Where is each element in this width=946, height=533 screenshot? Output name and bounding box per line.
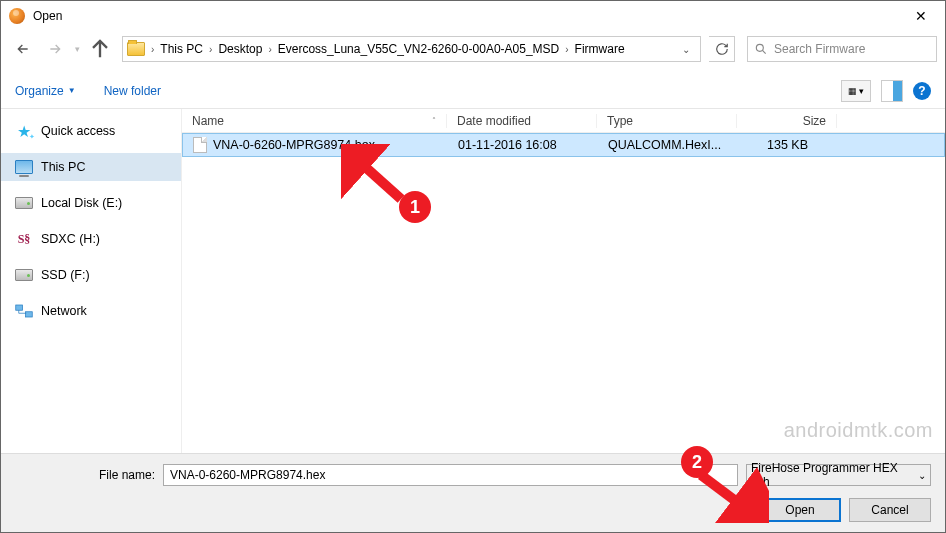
file-name: VNA-0-6260-MPRG8974.hex	[213, 138, 375, 152]
open-button[interactable]: Open	[759, 498, 841, 522]
svg-rect-2	[26, 312, 33, 317]
up-button[interactable]	[86, 35, 114, 63]
sidebar: ★ Quick access This PC Local Disk (E:) S…	[1, 109, 181, 453]
sidebar-item-label: SSD (F:)	[41, 268, 90, 282]
column-type[interactable]: Type	[597, 114, 737, 128]
sidebar-item-label: Network	[41, 304, 87, 318]
history-dropdown-icon[interactable]: ▾	[75, 44, 80, 54]
breadcrumb-this-pc[interactable]: This PC	[156, 42, 207, 56]
sidebar-item-network[interactable]: Network	[1, 297, 181, 325]
toolbar: Organize ▼ New folder ▦ ▾ ?	[1, 73, 945, 109]
chevron-down-icon: ▼	[68, 86, 76, 95]
column-date[interactable]: Date modified	[447, 114, 597, 128]
sd-card-icon: S§	[15, 231, 33, 247]
breadcrumb-desktop[interactable]: Desktop	[214, 42, 266, 56]
help-button[interactable]: ?	[913, 82, 931, 100]
organize-button[interactable]: Organize ▼	[15, 84, 76, 98]
address-bar[interactable]: › This PC › Desktop › Evercoss_Luna_V55C…	[122, 36, 701, 62]
column-name[interactable]: Name ˄	[182, 114, 447, 128]
watermark: androidmtk.com	[784, 419, 933, 442]
column-headers: Name ˄ Date modified Type Size	[182, 109, 945, 133]
file-row[interactable]: VNA-0-6260-MPRG8974.hex 01-11-2016 16:08…	[182, 133, 945, 157]
footer: File name: FireHose Programmer HEX (*.h …	[1, 453, 945, 533]
drive-icon	[15, 267, 33, 283]
sort-indicator-icon: ˄	[432, 116, 436, 125]
cancel-button[interactable]: Cancel	[849, 498, 931, 522]
filename-label: File name:	[15, 468, 155, 482]
back-button[interactable]	[9, 35, 37, 63]
file-type: QUALCOMM.HexI...	[598, 138, 738, 152]
chevron-right-icon[interactable]: ›	[266, 44, 273, 55]
titlebar: Open ✕	[1, 1, 945, 31]
folder-icon	[127, 42, 145, 56]
svg-point-0	[756, 44, 763, 51]
search-placeholder: Search Firmware	[774, 42, 865, 56]
new-folder-button[interactable]: New folder	[104, 84, 161, 98]
sidebar-item-label: Quick access	[41, 124, 115, 138]
network-icon	[15, 303, 33, 319]
sidebar-item-this-pc[interactable]: This PC	[1, 153, 181, 181]
sidebar-item-label: SDXC (H:)	[41, 232, 100, 246]
app-icon	[9, 8, 25, 24]
forward-button[interactable]	[41, 35, 69, 63]
file-size: 135 KB	[738, 138, 838, 152]
refresh-button[interactable]	[709, 36, 735, 62]
search-icon	[754, 42, 768, 56]
chevron-down-icon[interactable]: ⌄	[676, 44, 696, 55]
preview-pane-button[interactable]	[881, 80, 903, 102]
breadcrumb-firmware[interactable]: Firmware	[571, 42, 629, 56]
sidebar-item-label: This PC	[41, 160, 85, 174]
annotation-badge-1: 1	[399, 191, 431, 223]
sidebar-item-label: Local Disk (E:)	[41, 196, 122, 210]
chevron-down-icon: ⌄	[918, 470, 926, 481]
column-size[interactable]: Size	[737, 114, 837, 128]
close-icon[interactable]: ✕	[905, 4, 937, 28]
filetype-select[interactable]: FireHose Programmer HEX (*.h ⌄	[746, 464, 931, 486]
sidebar-item-sdxc[interactable]: S§ SDXC (H:)	[1, 225, 181, 253]
filename-input[interactable]	[163, 464, 738, 486]
file-list: Name ˄ Date modified Type Size VNA-0-626…	[181, 109, 945, 453]
sidebar-item-local-disk[interactable]: Local Disk (E:)	[1, 189, 181, 217]
sidebar-item-ssd[interactable]: SSD (F:)	[1, 261, 181, 289]
chevron-right-icon[interactable]: ›	[149, 44, 156, 55]
view-options-button[interactable]: ▦ ▾	[841, 80, 871, 102]
search-input[interactable]: Search Firmware	[747, 36, 937, 62]
content-area: ★ Quick access This PC Local Disk (E:) S…	[1, 109, 945, 453]
file-date: 01-11-2016 16:08	[448, 138, 598, 152]
navbar: ▾ › This PC › Desktop › Evercoss_Luna_V5…	[1, 31, 945, 67]
annotation-badge-2: 2	[681, 446, 713, 478]
drive-icon	[15, 195, 33, 211]
file-icon	[193, 137, 207, 153]
breadcrumb-folder[interactable]: Evercoss_Luna_V55C_VN2-6260-0-00A0-A05_M…	[274, 42, 564, 56]
chevron-right-icon[interactable]: ›	[207, 44, 214, 55]
star-icon: ★	[15, 123, 33, 139]
window-title: Open	[33, 9, 62, 23]
monitor-icon	[15, 159, 33, 175]
svg-rect-1	[16, 305, 23, 310]
chevron-right-icon[interactable]: ›	[563, 44, 570, 55]
sidebar-item-quick-access[interactable]: ★ Quick access	[1, 117, 181, 145]
